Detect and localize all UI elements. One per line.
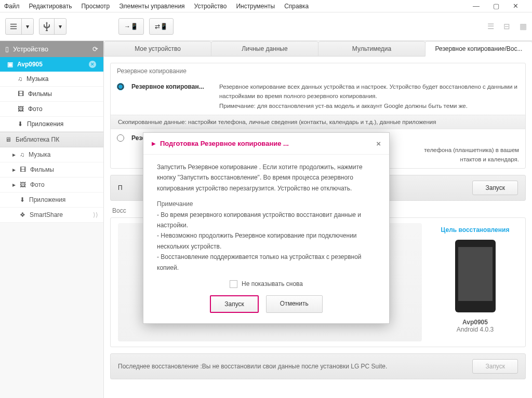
film-icon: 🎞 — [20, 166, 26, 173]
copied-data-bar: Скопированные данные: настройки телефона… — [111, 115, 525, 129]
dialog-paragraph: Запустить Резервное копирование . Если х… — [157, 162, 376, 194]
menu-tools[interactable]: Инструменты — [236, 3, 275, 10]
caret-icon: ▸ — [12, 151, 16, 158]
menubar: Файл Редактировать Просмотр Элементы упр… — [0, 0, 532, 12]
menu-help[interactable]: Справка — [284, 3, 309, 10]
window-minimize-icon[interactable]: — — [473, 2, 480, 10]
sidebar-header-label: Устройство — [13, 45, 48, 53]
sidebar-item-photos[interactable]: 🖼Фото — [0, 102, 103, 117]
radio-full-label: Резервное копирован... — [131, 82, 212, 90]
drive-icon: ▣ — [7, 61, 13, 68]
eject-icon[interactable]: ✕ — [89, 61, 96, 68]
dialog-dontshow-row[interactable]: Не показывать снова — [143, 276, 389, 295]
restore-target: Цель восстановления Avp0905 Android 4.0.… — [432, 223, 518, 341]
svg-rect-0 — [10, 24, 17, 25]
pc-icon: 🖥 — [5, 136, 11, 143]
menu-view[interactable]: Просмотр — [81, 3, 110, 10]
restore-device-os: Android 4.0.3 — [435, 326, 515, 333]
tabs: Мое устройство Личные данные Мультимедиа… — [104, 41, 532, 57]
sidebar-device-selected[interactable]: ▣ Avp0905 ✕ — [0, 57, 103, 72]
radio-partial-backup[interactable] — [117, 134, 124, 142]
dontshow-label: Не показывать снова — [242, 280, 303, 287]
backup-confirm-dialog: ▶ Подготовка Резервное копирование ... ×… — [143, 132, 390, 324]
checkbox-dontshow[interactable] — [230, 280, 237, 288]
dialog-title: Подготовка Резервное копирование ... — [160, 140, 289, 147]
sidebar-item-apps[interactable]: ⬇Приложения — [0, 117, 103, 132]
tab-multimedia[interactable]: Мультимедиа — [318, 41, 425, 57]
usb-button[interactable]: ▾ — [39, 18, 66, 35]
sync-device-icon: ⇄📱 — [155, 23, 168, 30]
window-close-icon[interactable]: ✕ — [513, 2, 518, 10]
film-icon: 🎞 — [18, 90, 24, 98]
photo-icon: 🖼 — [20, 181, 26, 188]
apps-icon: ⬇ — [18, 120, 23, 128]
chevron-down-icon[interactable]: ▾ — [21, 19, 33, 34]
menu-file[interactable]: Файл — [4, 3, 20, 10]
restore-device-name: Avp0905 — [435, 319, 515, 326]
device-name: Avp0905 — [17, 61, 43, 68]
sidebar: ▯ Устройство ⟳ ▣ Avp0905 ✕ ♫Музыка 🎞Филь… — [0, 41, 104, 398]
sidebar-lib-smartshare[interactable]: ▸❖SmartShare⟩⟩ — [0, 208, 103, 223]
sync-device-button[interactable]: ⇄📱 — [149, 18, 174, 35]
view-grid-icon[interactable]: ▦ — [520, 22, 527, 31]
sidebar-device-header: ▯ Устройство ⟳ — [0, 41, 103, 57]
sidebar-lib-music[interactable]: ▸♫Музыка — [0, 147, 103, 162]
window-maximize-icon[interactable]: ▢ — [493, 2, 499, 10]
last-restore-strip: Последнее восстановление :Вы не восстано… — [110, 353, 526, 379]
radio-full-desc: Резервное копирование всех данных устрой… — [219, 82, 519, 111]
usb-icon — [39, 19, 54, 34]
view-detail-icon[interactable]: ⊟ — [503, 22, 510, 31]
send-to-device-icon: →📱 — [124, 23, 138, 30]
send-to-device-button[interactable]: →📱 — [118, 18, 144, 35]
radio-full-backup[interactable] — [117, 83, 124, 90]
sidebar-library-header: 🖥 Библиотека ПК — [0, 132, 103, 147]
dialog-actions: Запуск Отменить — [143, 295, 389, 323]
view-list-icon[interactable]: ☰ — [487, 22, 494, 31]
backup-start-button[interactable]: Запуск — [472, 181, 518, 195]
caret-icon: ▸ — [12, 166, 16, 173]
backup-option-full[interactable]: Резервное копирован... Резервное копиров… — [111, 78, 525, 115]
strip-label: П — [118, 184, 123, 191]
triangle-icon: ▶ — [152, 141, 156, 146]
dialog-start-button[interactable]: Запуск — [210, 295, 259, 313]
toolbar: ▾ ▾ →📱 ⇄📱 ☰ ⊟ ▦ — [0, 12, 532, 41]
signal-icon: ⟩⟩ — [93, 211, 98, 218]
phone-icon — [455, 240, 496, 312]
svg-rect-1 — [10, 26, 17, 27]
list-mode-button[interactable]: ▾ — [5, 18, 34, 35]
svg-rect-2 — [10, 29, 17, 30]
restore-target-title: Цель восстановления — [435, 226, 515, 234]
sidebar-item-movies[interactable]: 🎞Фильмы — [0, 87, 103, 102]
chevron-down-icon[interactable]: ▾ — [54, 19, 66, 34]
dialog-body: Запустить Резервное копирование . Если х… — [143, 155, 389, 276]
device-icon: ▯ — [5, 45, 9, 53]
sidebar-item-music[interactable]: ♫Музыка — [0, 72, 103, 87]
menu-edit[interactable]: Редактировать — [29, 3, 72, 10]
menu-device[interactable]: Устройство — [194, 3, 227, 10]
menu-controls[interactable]: Элементы управления — [119, 3, 184, 10]
sidebar-lib-photos[interactable]: ▸🖼Фото — [0, 177, 103, 193]
tab-personal[interactable]: Личные данные — [211, 41, 318, 57]
photo-icon: 🖼 — [18, 105, 24, 113]
dialog-header: ▶ Подготовка Резервное копирование ... × — [143, 133, 389, 155]
dialog-note-1: - Во время резервного копирования устрой… — [157, 210, 376, 231]
apps-icon: ⬇ — [20, 196, 25, 203]
dialog-note-2: - Невозможно продолжить Резервное копиро… — [157, 230, 376, 252]
sidebar-lib-movies[interactable]: ▸🎞Фильмы — [0, 162, 103, 177]
dialog-note-3: - Восстановление поддерживается только н… — [157, 252, 376, 273]
backup-section-title: Резервное копирование — [111, 63, 525, 78]
refresh-icon[interactable]: ⟳ — [92, 45, 98, 53]
caret-icon: ▸ — [12, 181, 16, 188]
dialog-note-head: Примечание — [157, 199, 376, 209]
dialog-close-icon[interactable]: × — [376, 139, 381, 148]
restore-start-button[interactable]: Запуск — [472, 359, 518, 374]
dialog-cancel-button[interactable]: Отменить — [266, 295, 323, 313]
share-icon: ❖ — [20, 211, 25, 218]
last-restore-text: Последнее восстановление :Вы не восстано… — [118, 363, 387, 370]
tab-backup[interactable]: Резервное копирование/Вос... — [425, 41, 532, 57]
music-icon: ♫ — [20, 151, 24, 158]
music-icon: ♫ — [18, 75, 22, 83]
tab-my-device[interactable]: Мое устройство — [104, 41, 211, 57]
sidebar-lib-apps[interactable]: ▸⬇Приложения — [0, 193, 103, 208]
